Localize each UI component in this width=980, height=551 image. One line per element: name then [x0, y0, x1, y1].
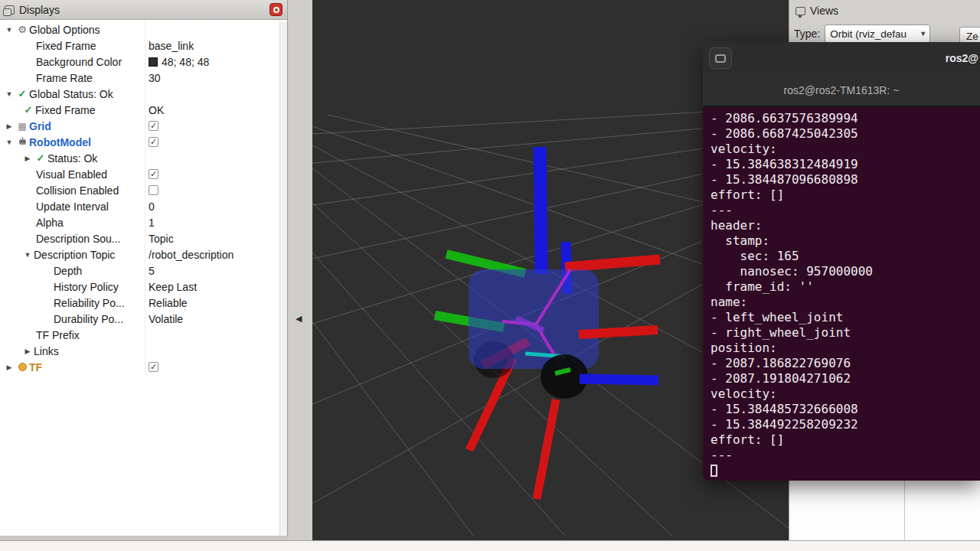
displays-panel: Displays ▼⚙Global Options Fixed Frame ba…: [0, 0, 288, 536]
row-label: TF Prefix: [36, 329, 80, 341]
row-label: Collision Enabled: [36, 184, 119, 197]
row-value[interactable]: Volatile: [145, 311, 279, 327]
terminal-output: - 2086.6637576389994 - 2086.668742504230…: [710, 111, 980, 463]
row-label: Reliability Po...: [54, 297, 125, 309]
tree-row-visual-enabled[interactable]: Visual Enabled ✓: [0, 166, 279, 182]
row-value[interactable]: 0: [145, 198, 279, 214]
tree-row-fixed-frame[interactable]: Fixed Frame base_link: [0, 37, 279, 54]
tree-row-background-color[interactable]: Background Color 48; 48; 48: [0, 54, 279, 70]
expander-right-icon[interactable]: ▶: [3, 122, 15, 130]
tree-row-tf[interactable]: ▶TF ✓: [0, 359, 279, 375]
displays-panel-title: Displays: [19, 4, 270, 16]
row-value[interactable]: base_link: [145, 37, 279, 54]
robot-display-icon: [15, 136, 29, 148]
row-value[interactable]: /robot_description: [145, 246, 279, 262]
expander-right-icon[interactable]: ▶: [3, 364, 15, 371]
row-label: Status: Ok: [47, 152, 97, 165]
row-label: Visual Enabled: [36, 168, 107, 181]
row-label: Links: [34, 345, 59, 357]
tree-row-grid[interactable]: ▶▦Grid ✓: [0, 118, 279, 134]
tree-row-global-status[interactable]: ▼✓Global Status: Ok: [0, 86, 279, 102]
panel-gutter: [289, 0, 312, 540]
view-type-dropdown[interactable]: Orbit (rviz_defau ▼: [825, 24, 930, 43]
row-value[interactable]: Reliable: [145, 295, 279, 311]
chevron-down-icon: ▼: [920, 30, 926, 37]
visual-enabled-checkbox[interactable]: ✓: [149, 169, 158, 179]
row-label: Alpha: [36, 217, 64, 229]
tree-row-collision-enabled[interactable]: Collision Enabled: [0, 182, 279, 198]
row-label: Fixed Frame: [35, 104, 96, 116]
row-label: TF: [29, 361, 42, 373]
new-tab-button[interactable]: [709, 47, 732, 69]
row-label: Global Options: [29, 24, 100, 36]
tree-row-global-options[interactable]: ▼⚙Global Options: [0, 21, 279, 37]
row-value[interactable]: 5: [145, 262, 279, 279]
row-label: Grid: [29, 120, 51, 132]
row-label: Frame Rate: [36, 72, 93, 84]
terminal-tab[interactable]: ros2@ros2-TM1613R: ~: [703, 74, 980, 107]
collision-enabled-checkbox[interactable]: [149, 185, 158, 195]
tree-row-depth[interactable]: Depth 5: [0, 262, 279, 279]
row-value[interactable]: Topic: [145, 230, 279, 246]
views-titlebar[interactable]: Views: [789, 0, 980, 21]
row-label: RobotModel: [29, 136, 91, 148]
terminal-window[interactable]: ros2@ ros2@ros2-TM1613R: ~ - 2086.663757…: [703, 42, 980, 481]
row-label: Depth: [54, 265, 82, 277]
expander-right-icon[interactable]: ▶: [21, 155, 34, 162]
row-label: Description Topic: [34, 249, 115, 261]
tree-row-tf-prefix[interactable]: TF Prefix: [0, 327, 279, 343]
row-value[interactable]: 1: [145, 214, 279, 230]
tf-enabled-checkbox[interactable]: ✓: [149, 362, 158, 372]
property-tree: ▼⚙Global Options Fixed Frame base_link B…: [0, 21, 279, 375]
displays-titlebar[interactable]: Displays: [0, 0, 287, 20]
expander-down-icon[interactable]: ▼: [3, 139, 15, 146]
grid-display-icon: ▦: [15, 121, 29, 132]
terminal-body[interactable]: - 2086.6637576389994 - 2086.668742504230…: [703, 107, 980, 481]
terminal-titlebar[interactable]: ros2@: [703, 42, 980, 74]
row-value[interactable]: 48; 48; 48: [162, 56, 209, 68]
terminal-title: ros2@: [946, 42, 978, 74]
expander-down-icon[interactable]: ▼: [3, 26, 15, 34]
tree-row-fixed-frame-status[interactable]: ✓Fixed Frame OK: [0, 102, 279, 118]
terminal-cursor: [710, 465, 717, 477]
tree-row-description-source[interactable]: Description Sou... Topic: [0, 230, 279, 246]
row-label: Description Sou...: [36, 233, 121, 245]
view-type-label: Type:: [794, 28, 820, 40]
tree-row-links[interactable]: ▶Links: [0, 343, 279, 359]
tree-scrollbar[interactable]: [279, 21, 287, 536]
color-swatch: [149, 57, 158, 67]
bottom-panel-strip: [0, 540, 980, 551]
close-panel-button[interactable]: [270, 3, 283, 16]
tree-row-frame-rate[interactable]: Frame Rate 30: [0, 70, 279, 86]
row-label: Fixed Frame: [36, 40, 96, 52]
row-value[interactable]: 30: [145, 70, 279, 86]
tree-row-history-policy[interactable]: History Policy Keep Last: [0, 279, 279, 295]
tree-row-durability-policy[interactable]: Durability Po... Volatile: [0, 311, 279, 327]
expander-right-icon[interactable]: ▶: [21, 347, 34, 355]
tree-row-update-interval[interactable]: Update Interval 0: [0, 198, 279, 214]
close-icon: [273, 7, 279, 13]
expander-down-icon[interactable]: ▼: [3, 90, 15, 98]
tree-row-description-topic[interactable]: ▼Description Topic /robot_description: [0, 246, 279, 262]
row-value[interactable]: [145, 327, 279, 343]
panel-icon: [5, 5, 15, 15]
row-label: History Policy: [54, 281, 119, 293]
collapse-panel-arrow[interactable]: ◀: [296, 314, 302, 324]
tree-row-robotmodel[interactable]: ▼RobotModel ✓: [0, 134, 279, 150]
robotmodel-enabled-checkbox[interactable]: ✓: [149, 137, 158, 147]
status-ok-icon: ✓: [15, 88, 29, 99]
row-value[interactable]: Keep Last: [145, 279, 279, 295]
tf-display-icon: [15, 361, 29, 373]
expander-down-icon[interactable]: ▼: [21, 251, 34, 259]
status-ok-icon: ✓: [34, 152, 47, 164]
tf-axis-z3: [580, 379, 658, 380]
gear-icon: ⚙: [15, 24, 29, 35]
view-type-value: Orbit (rviz_defau: [830, 28, 918, 40]
tree-row-reliability-policy[interactable]: Reliability Po... Reliable: [0, 295, 279, 311]
tree-row-alpha[interactable]: Alpha 1: [0, 214, 279, 230]
grid-enabled-checkbox[interactable]: ✓: [149, 121, 158, 131]
status-ok-icon: ✓: [21, 104, 35, 116]
tf-axis-x4: [537, 399, 556, 499]
tree-row-robot-status[interactable]: ▶✓Status: Ok: [0, 150, 279, 166]
row-label: Global Status: Ok: [29, 88, 113, 100]
